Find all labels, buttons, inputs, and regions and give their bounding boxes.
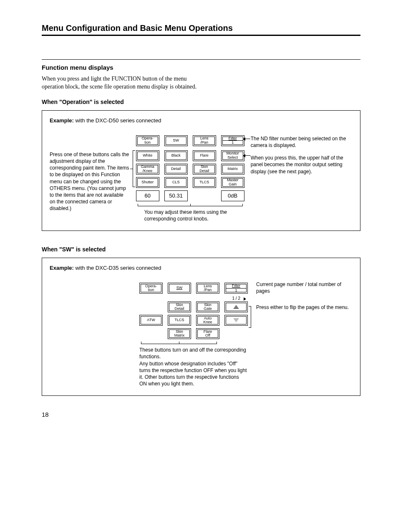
- example-text: with the DXC-D35 series connected: [74, 265, 161, 271]
- auto-knee-button[interactable]: Auto Knee: [196, 315, 219, 326]
- example-box-sw: Example: with the DXC-D35 series connect…: [42, 258, 360, 396]
- example-text: with the DXC-D50 series connected: [74, 117, 161, 124]
- sw-button[interactable]: SW: [164, 135, 188, 146]
- section-rule: [42, 59, 360, 60]
- shutter-button[interactable]: Shutter: [136, 177, 159, 188]
- skin-detail-button[interactable]: Skin Detail: [193, 164, 216, 175]
- right-note-2: When you press this, the upper half of t…: [251, 155, 353, 175]
- right-note-op: The ND filter number being selected on t…: [244, 135, 353, 181]
- example-title-sw: Example: with the DXC-D35 series connect…: [50, 265, 353, 271]
- skin-matrix-button[interactable]: Skin Matrix: [168, 328, 191, 339]
- right-note-1: The ND filter number being selected on t…: [251, 135, 353, 149]
- example-label: Example:: [50, 265, 74, 271]
- arrow-icon: [241, 137, 245, 141]
- arrow-icon: [241, 154, 245, 157]
- filter-value: 1: [223, 140, 243, 144]
- detail-button[interactable]: Detail: [164, 164, 188, 175]
- tlcs-button[interactable]: TLCS: [193, 177, 216, 188]
- subheading-operation: When "Operation" is selected: [42, 99, 360, 105]
- skin-detail-button[interactable]: Skin Detail: [168, 301, 191, 312]
- triangle-up-icon: [233, 305, 239, 309]
- operation-button[interactable]: Opera- tion: [139, 283, 163, 294]
- right-note-2: Press either to flip the pages of the me…: [256, 304, 352, 311]
- master-gain-value: 0dB: [221, 190, 244, 201]
- matrix-button[interactable]: Matrix: [221, 164, 244, 175]
- flare-off-button[interactable]: Flare Off: [196, 328, 219, 339]
- right-note-sw: Current page number / total number of pa…: [248, 283, 352, 318]
- connector-line: [244, 155, 250, 156]
- knob-bar-icon: [136, 205, 244, 206]
- flare-button[interactable]: Flare: [193, 150, 216, 161]
- spacer: [193, 190, 216, 201]
- filter-label: Filter: [223, 137, 243, 140]
- tlcs-button[interactable]: TLCS: [168, 315, 191, 326]
- master-gain-button[interactable]: Master Gain: [221, 177, 244, 188]
- atw-button[interactable]: ATW: [139, 315, 163, 326]
- example-label: Example:: [50, 117, 74, 124]
- connector-line: [244, 139, 250, 139]
- subheading-sw: When "SW" is selected: [42, 246, 360, 253]
- shutter-value: 60: [136, 190, 159, 201]
- knob-caption: You may adjust these items using the cor…: [136, 209, 244, 222]
- panel-op: Opera- tion SW Lens /Pan Filter 1 White …: [136, 135, 244, 222]
- page-title: Menu Configuration and Basic Menu Operat…: [42, 23, 360, 33]
- black-button[interactable]: Black: [164, 150, 188, 161]
- page-number: 18: [42, 411, 360, 418]
- panel-sw: Opera- tion SW Lens /Pan Filter 1 1 / 2: [139, 283, 248, 387]
- title-rule: [42, 35, 360, 36]
- right-note-1: Current page number / total number of pa…: [256, 281, 352, 294]
- lens-pan-button[interactable]: Lens /Pan: [196, 283, 219, 294]
- connector-line: [244, 298, 251, 298]
- filter-button[interactable]: Filter 1: [224, 283, 248, 294]
- example-title-op: Example: with the DXC-D50 series connect…: [50, 117, 353, 124]
- lens-pan-button[interactable]: Lens /Pan: [193, 135, 216, 146]
- white-button[interactable]: White: [136, 150, 159, 161]
- filter-label: Filter: [226, 284, 246, 288]
- example-box-operation: Example: with the DXC-D50 series connect…: [42, 110, 360, 231]
- gamma-knee-button[interactable]: Gamma /Knee: [136, 164, 159, 175]
- connector-line: [130, 169, 133, 169]
- section-body: When you press and light the FUNCTION bu…: [42, 75, 209, 91]
- triangle-down-icon: [233, 318, 239, 322]
- filter-value: 1: [226, 288, 246, 292]
- cls-button[interactable]: CLS: [164, 177, 188, 188]
- skin-gate-button[interactable]: Skin Gate: [196, 301, 219, 312]
- page-indicator: 1 / 2: [139, 296, 248, 301]
- cls-value: 50.31: [164, 190, 188, 201]
- left-note-op: Press one of these buttons calls the adj…: [50, 135, 136, 212]
- bracket-left-icon: [133, 150, 135, 187]
- operation-button[interactable]: Opera- tion: [136, 135, 159, 146]
- sw-button[interactable]: SW: [168, 283, 191, 294]
- bracket-right-icon: [249, 306, 251, 328]
- bottom-note-sw: These buttons turn on and off the corres…: [139, 347, 248, 387]
- filter-button[interactable]: Filter 1: [221, 135, 244, 146]
- section-heading: Function menu displays: [42, 64, 360, 71]
- page-up-button[interactable]: [224, 301, 248, 312]
- page-down-button[interactable]: [224, 315, 248, 326]
- knob-bar-icon: [139, 342, 219, 344]
